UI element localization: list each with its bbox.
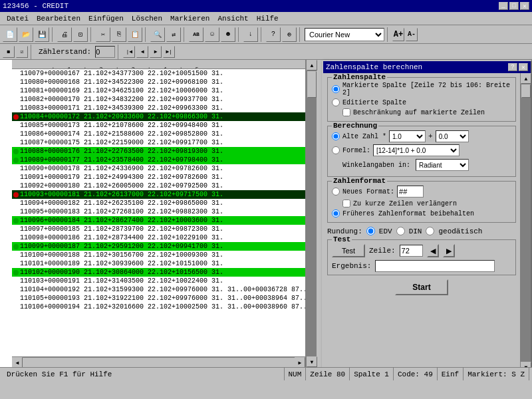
font-increase-button[interactable]: A+ <box>392 28 404 41</box>
paste-button[interactable]: 📋 <box>128 27 142 42</box>
zahlenspalte-label: Zahlenspalte <box>332 73 387 81</box>
scrollbar-vertical[interactable]: ▲ ▼ <box>306 60 317 367</box>
rundung-din-input[interactable] <box>396 227 405 235</box>
data-row: 110106+00000194 21.102+32016600 22.102+1… <box>12 303 305 311</box>
font-select[interactable]: Courier New <box>305 28 384 41</box>
radio-neues-format[interactable]: Neues Format: <box>332 186 511 198</box>
menu-hilfe[interactable]: Hilfe <box>253 14 283 23</box>
data-row: 110087+00000175 21.102+22159000 22.102+0… <box>12 138 305 147</box>
row-text: 110087+00000175 21.102+22159000 22.102+0… <box>20 138 223 147</box>
tb2-btn2[interactable]: ☑ <box>16 46 28 58</box>
maximize-button[interactable]: □ <box>509 2 519 10</box>
green-dot-icon <box>13 149 19 154</box>
radio-markierte-spalte[interactable]: Markierte Spalte [Zeile 72 bis 106: Brei… <box>332 82 511 96</box>
formel-select[interactable]: [12-14]*1.0 + 0.0 <box>373 144 460 156</box>
plus-select[interactable]: 0.0 <box>436 130 469 142</box>
tb2-btn3[interactable]: |◀ <box>123 46 135 58</box>
radio-alte-zahl-input[interactable] <box>332 132 340 140</box>
berechnung-label: Berechnung <box>332 122 378 130</box>
dialog-help-button[interactable]: ? <box>508 63 517 71</box>
rundung-label: Rundung: <box>327 227 362 235</box>
test-label: Test <box>332 235 352 243</box>
start-button[interactable]: Start <box>395 279 448 295</box>
sep4 <box>184 27 186 42</box>
smiley2-button[interactable]: ☻ <box>221 27 235 42</box>
scroll-thumb[interactable] <box>307 71 317 98</box>
checkbox-kurze-zeilen-input[interactable] <box>342 200 350 207</box>
row-text: 110090+00000178 21.102+24336900 22.102+0… <box>20 164 223 173</box>
menu-bearbeiten[interactable]: Bearbeiten <box>33 14 84 23</box>
checkbox-beschraenkung-input[interactable] <box>342 108 350 116</box>
radio-markierte-input[interactable] <box>332 85 340 93</box>
zeile-input[interactable] <box>400 245 423 257</box>
menu-einfuegen[interactable]: Einfügen <box>84 14 128 23</box>
data-row: 110095+00000183 21.102+27268100 22.102+0… <box>12 207 305 216</box>
sep6 <box>261 27 263 42</box>
neues-format-input[interactable] <box>397 186 424 198</box>
radio-frueheres-input[interactable] <box>332 209 340 217</box>
dialog-close-button[interactable]: ✕ <box>519 63 528 71</box>
test-button[interactable]: Test <box>332 244 365 257</box>
radio-formel-input[interactable] <box>332 146 340 154</box>
toolbar2: ◼ ☑ Zählerstand: |◀ ◀ ▶ ▶| <box>0 44 532 60</box>
help-button[interactable]: ? <box>266 27 281 42</box>
scroll-left-button[interactable]: ◀ <box>12 357 23 367</box>
radio-frueheres-format[interactable]: Früheres Zahlenformat beibehalten <box>332 209 511 217</box>
ergebnis-input[interactable] <box>375 260 495 272</box>
close-button[interactable]: ✕ <box>520 2 529 10</box>
find-button[interactable]: 🔍 <box>150 27 165 42</box>
open-button[interactable]: 📂 <box>19 27 33 42</box>
zeile-prev-button[interactable]: ◀ <box>427 244 439 257</box>
font-decrease-button[interactable]: A- <box>406 28 418 41</box>
menu-markieren[interactable]: Markieren <box>166 14 213 23</box>
copy-button[interactable]: ⎘ <box>112 27 126 42</box>
down-button[interactable]: ↓ <box>243 27 258 42</box>
radio-alte-zahl[interactable]: Alte Zahl * 1.0 + 0.0 <box>332 130 511 142</box>
scroll-up-button[interactable]: ▲ <box>307 60 317 70</box>
rundung-edv-input[interactable] <box>366 227 375 235</box>
minimize-button[interactable]: _ <box>499 2 508 10</box>
tb2-btn4[interactable]: ◀ <box>136 46 148 58</box>
zaehler-input[interactable] <box>95 46 115 58</box>
zeile-label: Zeile: <box>369 247 396 255</box>
status-einf: Einf <box>438 368 464 380</box>
checkbox-beschraenkung[interactable]: Beschränkung auf markierte Zeilen <box>342 108 511 116</box>
dialog-scrollbar[interactable]: ▲ ▼ <box>520 73 531 372</box>
winkel-label: Winkelangaben in: <box>342 162 410 169</box>
rundung-geodatisch-input[interactable] <box>426 227 434 235</box>
print-button[interactable]: 🖨 <box>57 27 72 42</box>
scrollbar-horizontal[interactable]: ◀ ▶ <box>12 356 305 367</box>
status-spalte: Spalte 1 <box>350 368 394 380</box>
alte-zahl-select[interactable]: 1.0 <box>389 130 426 142</box>
tb2-btn5[interactable]: ▶ <box>150 46 162 58</box>
dialog-scroll-up[interactable]: ▲ <box>521 73 531 84</box>
checkbox-kurze-zeilen[interactable]: Zu kurze Zeilen verlängern <box>342 200 511 207</box>
tb2-btn6[interactable]: ▶| <box>163 46 175 58</box>
status-help: Drücken Sie F1 für Hilfe <box>3 368 285 380</box>
dialog-scroll-thumb[interactable] <box>521 84 531 98</box>
zeile-next-button[interactable]: ▶ <box>443 244 455 257</box>
status-bar: Drücken Sie F1 für Hilfe NUM Zeile 80 Sp… <box>0 367 532 380</box>
smiley1-button[interactable]: ☺ <box>205 27 219 42</box>
winkel-select[interactable]: Radiant <box>416 159 469 171</box>
cut-button[interactable]: ✂ <box>96 27 110 42</box>
replace-button[interactable]: ⇄ <box>166 27 181 42</box>
macro-button[interactable]: AB <box>189 27 203 42</box>
menu-datei[interactable]: Datei <box>3 14 33 23</box>
data-row: 110081+00000169 21.102+34625100 22.102+1… <box>12 86 305 95</box>
save-button[interactable]: 💾 <box>35 27 49 42</box>
scroll-right-button[interactable]: ▶ <box>295 357 305 367</box>
help2-button[interactable]: ⊕ <box>282 27 297 42</box>
new-button[interactable]: 📄 <box>3 27 17 42</box>
tb2-btn1[interactable]: ◼ <box>3 46 15 58</box>
menu-loeschen[interactable]: Löschen <box>128 14 166 23</box>
radio-editierte-input[interactable] <box>332 98 340 106</box>
scroll-down-button[interactable]: ▼ <box>307 356 317 367</box>
radio-formel[interactable]: Formel: [12-14]*1.0 + 0.0 <box>332 144 511 156</box>
radio-neues-format-input[interactable] <box>332 188 340 196</box>
sep2 <box>90 27 93 42</box>
radio-editierte-spalte[interactable]: Editierte Spalte <box>332 98 511 106</box>
print2-button[interactable]: ⊡ <box>73 27 88 42</box>
checkbox-kurze-zeilen-label: Zu kurze Zeilen verlängern <box>353 200 457 207</box>
menu-ansicht[interactable]: Ansicht <box>213 14 252 23</box>
